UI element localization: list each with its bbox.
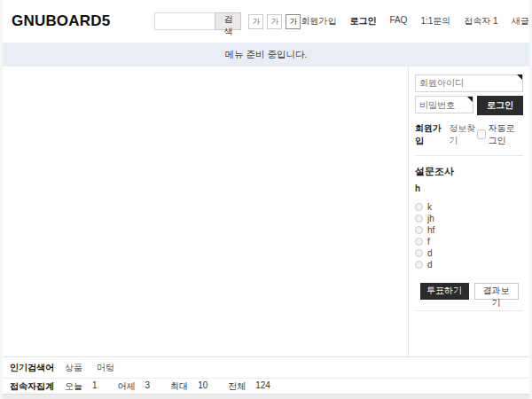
visitor-stat-max: 최대 10: [170, 380, 207, 393]
radio-icon[interactable]: [415, 249, 423, 257]
login-button[interactable]: 로그인: [477, 96, 523, 115]
stat-label: 어제: [118, 380, 136, 393]
nav-signup[interactable]: 회원가입: [301, 15, 336, 27]
poll-title: 설문조사: [415, 165, 523, 178]
menu-notice-bar: 메뉴 준비 중입니다.: [3, 43, 529, 66]
font-size-medium-button[interactable]: 가: [267, 14, 282, 29]
font-size-large-button[interactable]: 가: [286, 14, 301, 29]
poll-option[interactable]: jh: [415, 213, 523, 224]
top-nav: 회원가입 로그인 FAQ 1:1문의 접속자 1 새글: [301, 15, 528, 27]
stat-label: 오늘: [65, 380, 82, 393]
poll-buttons: 투표하기 결과보기: [415, 283, 523, 300]
search-form: 검색: [154, 12, 241, 30]
poll-option[interactable]: hf: [415, 224, 523, 236]
header: GNUBOARD5 검색 가 가 가 회원가입 로그인 FAQ 1:1문의 접속…: [3, 0, 529, 43]
site-logo[interactable]: GNUBOARD5: [12, 12, 110, 30]
poll-option-label: d: [427, 260, 433, 270]
radio-icon[interactable]: [415, 261, 423, 269]
poll-option[interactable]: k: [415, 201, 523, 213]
password-input[interactable]: [415, 96, 473, 113]
password-wrap: [415, 96, 473, 115]
popular-keywords-label: 인기검색어: [3, 362, 61, 374]
poll-question: h: [415, 184, 523, 193]
poll-option-label: hf: [427, 225, 434, 235]
stat-label: 전체: [228, 380, 246, 393]
stat-value: 124: [255, 380, 270, 393]
visitor-stats-row: 접속자집계 오늘 1 어제 3 최대 10 전체 124: [3, 378, 529, 394]
password-row: 로그인: [415, 96, 523, 115]
required-corner-icon: [467, 97, 473, 102]
radio-icon[interactable]: [415, 238, 423, 246]
keyword-link[interactable]: 상품: [65, 362, 82, 374]
visitor-stat-yesterday: 어제 3: [118, 380, 151, 393]
member-id-wrap: [415, 74, 523, 92]
poll-box: 설문조사 h k jh hf: [415, 156, 523, 311]
poll-option[interactable]: d: [415, 259, 523, 270]
search-input[interactable]: [154, 12, 215, 30]
poll-option-label: jh: [427, 214, 434, 223]
poll-option-label: f: [427, 237, 430, 246]
visitor-stat-today: 오늘 1: [65, 380, 98, 393]
nav-login[interactable]: 로그인: [349, 15, 376, 27]
nav-faq[interactable]: FAQ: [389, 15, 407, 27]
content-area: [3, 66, 408, 356]
radio-icon[interactable]: [415, 203, 423, 211]
poll-result-button[interactable]: 결과보기: [474, 283, 519, 300]
popular-keywords-row: 인기검색어 상품 머텅: [3, 356, 529, 378]
signup-link[interactable]: 회원가입: [415, 122, 443, 147]
stat-label: 최대: [170, 380, 188, 393]
vote-button[interactable]: 투표하기: [420, 283, 469, 300]
visitor-stat-total: 전체 124: [228, 380, 270, 393]
stat-value: 3: [145, 380, 151, 393]
auto-login-checkbox[interactable]: [477, 129, 485, 139]
font-size-controls: 가 가 가: [248, 14, 301, 29]
menu-notice-text: 메뉴 준비 중입니다.: [225, 49, 308, 61]
keyword-link[interactable]: 머텅: [97, 362, 114, 374]
footer-strip: [3, 394, 529, 399]
nav-qa[interactable]: 1:1문의: [420, 15, 450, 27]
member-id-input[interactable]: [415, 74, 523, 92]
visitor-stats: 오늘 1 어제 3 최대 10 전체 124: [65, 380, 291, 393]
stat-value: 1: [92, 380, 98, 393]
poll-option-list: k jh hf f d: [415, 201, 523, 270]
login-links-row: 회원가입 정보찾기 자동로그인: [415, 122, 523, 147]
radio-icon[interactable]: [415, 226, 423, 234]
poll-option-label: d: [427, 248, 433, 258]
keyword-list: 상품 머텅: [65, 362, 114, 374]
poll-option[interactable]: d: [415, 247, 523, 259]
find-info-link[interactable]: 정보찾기: [449, 122, 477, 147]
main-area: 로그인 회원가입 정보찾기 자동로그인 설문조사 h: [3, 66, 529, 356]
poll-option[interactable]: f: [415, 236, 523, 247]
auto-login-group: 자동로그인: [477, 122, 523, 147]
radio-icon[interactable]: [415, 215, 423, 223]
required-corner-icon: [517, 74, 522, 80]
stat-value: 10: [198, 380, 207, 393]
auto-login-label: 자동로그인: [489, 122, 523, 147]
nav-connected-users[interactable]: 접속자 1: [464, 15, 497, 27]
poll-option-label: k: [427, 202, 432, 212]
nav-new-posts[interactable]: 새글: [512, 15, 529, 27]
search-button[interactable]: 검색: [215, 12, 241, 30]
visitor-stats-label: 접속자집계: [3, 380, 61, 393]
sidebar: 로그인 회원가입 정보찾기 자동로그인 설문조사 h: [408, 66, 529, 356]
login-box: 로그인 회원가입 정보찾기 자동로그인: [415, 74, 523, 156]
page-container: GNUBOARD5 검색 가 가 가 회원가입 로그인 FAQ 1:1문의 접속…: [3, 0, 529, 399]
font-size-small-button[interactable]: 가: [248, 14, 263, 29]
